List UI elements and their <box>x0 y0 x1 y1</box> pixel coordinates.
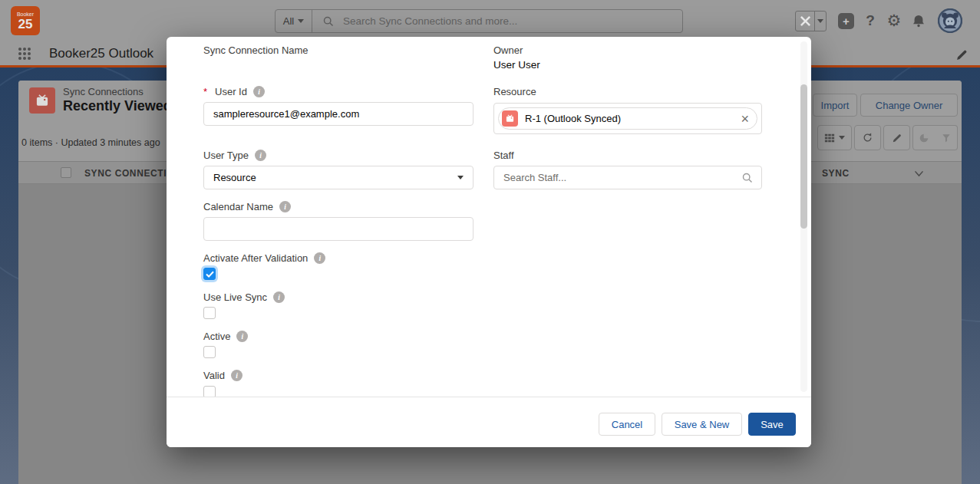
field-label-resource: Resource <box>493 86 536 97</box>
sync-connections-object-icon <box>29 87 55 114</box>
help-glyph: ? <box>866 12 875 29</box>
logo-text-number: 25 <box>18 18 33 31</box>
inline-edit-button[interactable] <box>883 125 910 150</box>
info-icon[interactable]: i <box>253 86 265 97</box>
field-label-calendar-name: Calendar Name i <box>203 201 291 212</box>
save-and-new-button[interactable]: Save & New <box>662 413 742 436</box>
change-owner-label: Change Owner <box>876 100 942 111</box>
label-text: Resource <box>493 86 536 97</box>
change-owner-button[interactable]: Change Owner <box>860 94 958 117</box>
plus-icon: + <box>843 15 850 28</box>
filter-icon <box>941 133 952 143</box>
user-type-select[interactable]: Resource <box>203 166 474 189</box>
refresh-icon <box>862 132 873 143</box>
modal-scrollbar-thumb[interactable] <box>800 84 807 229</box>
search-icon <box>742 173 753 183</box>
field-label-staff: Staff <box>493 150 514 161</box>
checkbox-valid[interactable] <box>203 386 216 397</box>
notifications-bell-icon[interactable] <box>910 12 927 30</box>
app-launcher-waffle-icon[interactable] <box>18 48 31 60</box>
column-header-sync[interactable]: SYNC <box>822 168 850 179</box>
info-icon[interactable]: i <box>231 370 243 381</box>
field-label-activate-after-validation: Activate After Validation i <box>203 252 325 264</box>
favorites-dropdown-caret[interactable] <box>815 12 826 31</box>
info-icon[interactable]: i <box>279 201 291 212</box>
column-header-sync-connection[interactable]: SYNC CONNECTI <box>84 168 167 179</box>
staff-search-input[interactable] <box>493 166 762 189</box>
resource-lookup-field[interactable]: R-1 (Outlook Synced) × <box>493 103 762 134</box>
owner-value: User User <box>493 59 540 71</box>
search-scope-label: All <box>283 15 294 27</box>
search-icon <box>323 16 334 27</box>
field-label-user-id: * User Id i <box>203 86 265 97</box>
checkbox-use-live-sync[interactable] <box>203 307 216 319</box>
info-icon[interactable]: i <box>314 252 325 264</box>
label-text: Calendar Name <box>203 201 273 212</box>
checkbox-active[interactable] <box>203 346 216 358</box>
caret-down-icon <box>298 19 304 23</box>
display-settings-button[interactable] <box>817 125 852 150</box>
save-label: Save <box>761 419 784 430</box>
global-header: Booker 25 All Search Sync Connections an… <box>0 0 980 42</box>
setup-gear-icon[interactable]: ⚙ <box>884 9 904 32</box>
remove-pill-icon[interactable]: × <box>741 114 749 124</box>
resource-pill-label: R-1 (Outlook Synced) <box>525 113 741 124</box>
edit-nav-pencil-icon[interactable] <box>955 48 968 61</box>
label-text: Use Live Sync <box>203 291 267 303</box>
gear-glyph: ⚙ <box>887 12 902 30</box>
search-input[interactable]: Search Sync Connections and more... <box>343 15 517 27</box>
label-text: User Id <box>215 86 247 97</box>
checkbox-activate-after-validation[interactable] <box>203 268 216 280</box>
field-label-use-live-sync: Use Live Sync i <box>203 291 285 303</box>
cancel-label: Cancel <box>612 419 642 430</box>
field-label-active: Active i <box>203 331 248 342</box>
search-scope-selector[interactable]: All <box>276 10 312 32</box>
user-avatar[interactable] <box>938 8 962 33</box>
modal-footer: Cancel Save & New Save <box>167 397 811 447</box>
label-text: Active <box>203 331 230 342</box>
calendar-name-input[interactable] <box>203 217 474 241</box>
help-icon[interactable]: ? <box>862 11 879 31</box>
view-title[interactable]: Recently Viewed <box>63 98 172 114</box>
field-label-sync-connection-name: Sync Connection Name <box>203 44 309 56</box>
app-logo[interactable]: Booker 25 <box>11 6 40 35</box>
user-type-value: Resource <box>213 172 256 183</box>
user-id-input[interactable] <box>203 102 474 126</box>
field-label-valid: Valid i <box>203 370 243 381</box>
cancel-button[interactable]: Cancel <box>599 413 655 436</box>
app-name: Booker25 Outlook <box>49 46 153 61</box>
field-label-user-type: User Type i <box>203 150 266 161</box>
required-asterisk: * <box>203 86 207 97</box>
label-text: Valid <box>203 370 225 381</box>
table-icon <box>824 133 835 143</box>
resource-pill[interactable]: R-1 (Outlook Synced) × <box>498 107 757 130</box>
label-text: Sync Connection Name <box>203 44 309 56</box>
global-actions-icon[interactable]: + <box>838 13 854 29</box>
filters-button[interactable] <box>935 125 958 150</box>
label-text: Staff <box>493 150 514 161</box>
select-all-checkbox[interactable] <box>61 167 71 178</box>
resource-record-icon <box>502 110 518 127</box>
save-button[interactable]: Save <box>748 413 796 436</box>
label-text: Owner <box>493 44 523 56</box>
modal-form: Sync Connection Name Owner User User * U… <box>167 37 811 397</box>
import-label: Import <box>821 100 850 111</box>
info-icon[interactable]: i <box>236 331 248 342</box>
favorites-split-button[interactable] <box>795 11 827 31</box>
new-sync-connection-modal: Sync Connection Name Owner User User * U… <box>167 37 811 447</box>
check-icon <box>206 271 214 278</box>
close-x-icon[interactable] <box>796 12 815 31</box>
info-icon[interactable]: i <box>273 291 285 303</box>
info-icon[interactable]: i <box>255 150 266 161</box>
import-button[interactable]: Import <box>813 94 857 117</box>
pencil-icon <box>892 133 902 143</box>
global-search[interactable]: All Search Sync Connections and more... <box>275 9 683 33</box>
object-label: Sync Connections <box>63 86 144 97</box>
caret-down-icon <box>839 136 845 140</box>
chevron-down-icon[interactable] <box>913 169 925 179</box>
charts-button[interactable] <box>912 125 935 150</box>
label-text: Activate After Validation <box>203 252 308 264</box>
refresh-button[interactable] <box>854 125 881 150</box>
list-meta: 0 items · Updated 3 minutes ago <box>21 137 160 148</box>
caret-down-icon <box>457 176 464 179</box>
